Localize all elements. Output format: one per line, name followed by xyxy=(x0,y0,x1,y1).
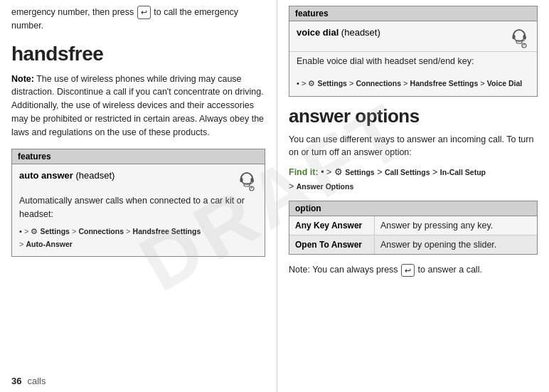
right-column: features voice dial (headset) Enable voi… xyxy=(277,0,549,392)
answer-options-heading: answer options xyxy=(289,105,538,127)
note-text: The use of wireless phones while driving… xyxy=(11,74,264,137)
left-features-content: auto answer (headset) Automatically answ… xyxy=(12,164,265,256)
rnav-arrow-1: > xyxy=(302,79,308,88)
rnav-settings-label: Settings xyxy=(317,79,346,88)
note-bottom-text2: to answer a call. xyxy=(418,265,482,275)
svg-rect-1 xyxy=(240,178,243,182)
rnav-arrow-2: > xyxy=(349,79,356,88)
rnav-connections: Connections xyxy=(356,79,401,88)
right-features-header: features xyxy=(289,6,537,21)
left-nav-path: • > ⚙ Settings > Connections > Handsfree… xyxy=(19,226,257,250)
find-dot: • > xyxy=(321,167,334,177)
rnav-arrow-3: > xyxy=(403,79,410,88)
note-bottom: Note: You can always press ↩ to answer a… xyxy=(289,263,538,277)
left-feature-name: auto answer xyxy=(19,170,73,181)
find-in-call-setup: In-Call Setup xyxy=(440,168,486,176)
rnav-dot: • xyxy=(297,79,299,88)
note-bottom-label: Note: xyxy=(289,265,310,275)
nav-connections: Connections xyxy=(78,227,124,235)
note-label: Note: xyxy=(11,74,34,84)
left-feature-sub: (headset) xyxy=(73,170,115,181)
option-val-any-key: Answer by pressing any key. xyxy=(375,216,537,235)
nav-settings-icon-1: ⚙ xyxy=(31,227,38,235)
rnav-arrow-4: > xyxy=(480,79,486,88)
right-feature-name: voice dial xyxy=(297,27,339,38)
right-features-box: features voice dial (headset) Enable voi… xyxy=(289,6,538,97)
nav-arrow-2: > xyxy=(72,227,78,235)
handsfree-heading: handsfree xyxy=(11,43,265,65)
option-key-open-to-answer: Open To Answer xyxy=(289,235,375,254)
answer-desc: You can use different ways to answer an … xyxy=(289,133,538,160)
left-feature-desc: Automatically answer calls when connecte… xyxy=(19,194,257,221)
option-row-any-key: Any Key Answer Answer by pressing any ke… xyxy=(289,216,537,235)
call-key-icon: ↩ xyxy=(137,6,151,19)
page-section: calls xyxy=(27,376,46,386)
find-arrow-3: > xyxy=(289,181,297,191)
headset-icon-right xyxy=(508,27,530,48)
right-feature-desc: Enable voice dial with headset send/end … xyxy=(289,52,537,74)
left-feature-title: auto answer (headset) xyxy=(19,170,257,191)
find-settings: Settings xyxy=(345,168,374,176)
option-row-open-to-answer: Open To Answer Answer by opening the sli… xyxy=(289,235,537,254)
right-features-row: voice dial (headset) xyxy=(289,21,537,52)
page-footer: 36 calls xyxy=(11,376,46,386)
option-val-open-to-answer: Answer by opening the slider. xyxy=(375,235,537,254)
note-block: Note: The use of wireless phones while d… xyxy=(11,73,265,139)
right-feature-sub: (headset) xyxy=(339,27,380,38)
emergency-text-content: emergency number, then press ↩ to call t… xyxy=(11,7,238,31)
find-arrow-1: > xyxy=(377,167,385,177)
left-features-box: features auto answer (headset) xyxy=(11,149,265,257)
nav-handsfree-settings: Handsfree Settings xyxy=(133,227,201,235)
nav-arrow-1: > xyxy=(24,227,31,235)
option-key-any-key: Any Key Answer xyxy=(289,216,375,235)
right-nav-path: • > ⚙ Settings > Connections > Handsfree… xyxy=(289,74,537,96)
left-column: emergency number, then press ↩ to call t… xyxy=(0,0,277,392)
nav-auto-answer: Auto-Answer xyxy=(26,240,72,248)
find-answer-options: Answer Options xyxy=(297,182,354,191)
page-number: 36 xyxy=(11,376,21,386)
page-container: DRAFT emergency number, then press ↩ to … xyxy=(0,0,549,392)
rnav-handsfree: Handsfree Settings xyxy=(410,79,479,88)
right-feature-title-wrapper: voice dial (headset) xyxy=(297,27,380,38)
headset-icon xyxy=(236,170,257,191)
option-table: option Any Key Answer Answer by pressing… xyxy=(289,201,538,255)
option-table-header: option xyxy=(289,201,537,216)
find-arrow-2: > xyxy=(432,167,440,177)
left-feature-name-wrapper: auto answer (headset) xyxy=(19,170,114,181)
nav-settings-label-1: Settings xyxy=(40,227,69,235)
find-call-settings: Call Settings xyxy=(385,168,430,176)
rnav-settings-icon: ⚙ xyxy=(308,79,315,88)
left-features-header: features xyxy=(12,149,265,164)
nav-dot-1: • xyxy=(19,227,22,235)
note-bottom-text: You can always press xyxy=(310,265,398,275)
find-label: Find it: xyxy=(289,167,319,177)
rnav-voice-dial: Voice Dial xyxy=(487,79,522,88)
find-settings-icon: ⚙ xyxy=(334,167,343,177)
answer-key-icon: ↩ xyxy=(401,264,415,277)
nav-arrow-3: > xyxy=(126,227,132,235)
find-it-text: Find it: • > ⚙ Settings > Call Settings … xyxy=(289,165,538,194)
emergency-text: emergency number, then press ↩ to call t… xyxy=(11,6,265,33)
svg-rect-6 xyxy=(513,35,516,39)
